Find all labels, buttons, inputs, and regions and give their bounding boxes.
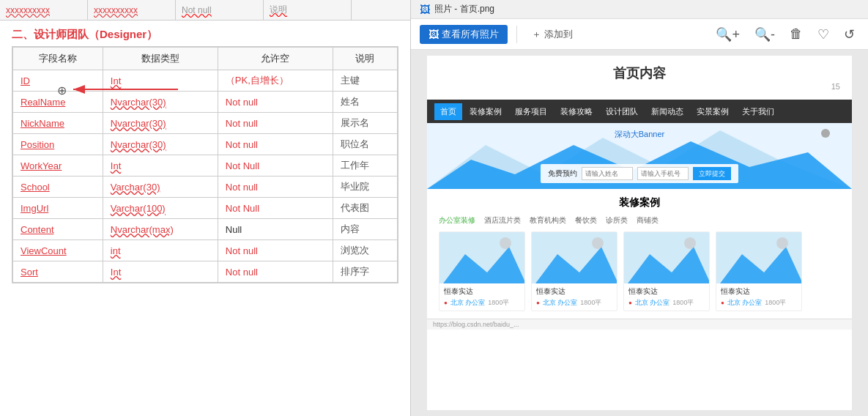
nav-item-about[interactable]: 关于我们	[736, 103, 780, 120]
case-card-location: 北京 办公室	[727, 298, 763, 308]
table-row: Sort Int Not null 排序字	[13, 261, 398, 283]
case-tab-clinic[interactable]: 诊所类	[606, 215, 628, 226]
case-card-title: 恒泰实达	[628, 286, 705, 297]
nav-item-services[interactable]: 服务项目	[509, 103, 553, 120]
case-mountain-svg	[439, 232, 525, 283]
section-title-text: 二、设计师团队（Designer）	[12, 28, 157, 42]
nav-item-home[interactable]: 首页	[434, 103, 462, 120]
img-toolbar: 🖼 查看所有照片 ＋ 添加到 🔍+ 🔍- 🗑 ♡ ↺	[411, 19, 868, 50]
case-mountain-svg	[716, 232, 802, 283]
case-card-image	[624, 232, 710, 283]
form-submit-button[interactable]: 立即提交	[693, 167, 731, 180]
zoom-out-button[interactable]: 🔍-	[750, 23, 779, 45]
col-header-type: 数据类型	[103, 48, 218, 70]
nullable-cell: Not null	[218, 240, 333, 261]
nav-item-news[interactable]: 新闻动态	[645, 103, 689, 120]
remark-cell: 排序字	[333, 261, 397, 283]
toolbar-divider-1	[516, 26, 517, 43]
table-row: Position Nvarchar(30) Not null 职位名	[13, 134, 398, 155]
img-titlebar: 🖼 照片 - 首页.png	[411, 0, 868, 19]
nav-item-cases[interactable]: 装修案例	[464, 103, 508, 120]
url-bar: https://blog.csdn.net/baidu_...	[427, 319, 852, 330]
case-tab-education[interactable]: 教育机构类	[530, 215, 566, 226]
case-card-image	[532, 232, 617, 283]
nullable-cell: Not null	[218, 261, 333, 283]
remark-cell: 代表图	[333, 198, 397, 219]
img-content[interactable]: 首页内容 15 首页 装修案例 服务项目 装修攻略 设计团队 新闻动态 实景案例…	[411, 50, 868, 416]
heart-button[interactable]: ♡	[813, 23, 834, 45]
table-row: Content Nvarchar(max) Null 内容	[13, 219, 398, 240]
field-name-cell: NickName	[13, 113, 103, 134]
data-type-cell: Varchar(100)	[103, 198, 218, 219]
case-card-meta: ● 北京 办公室 1800平	[444, 298, 520, 308]
case-section: 装修案例 办公室装修 酒店流片类 教育机构类 餐饮类 诊所类 商铺类 恒泰实达	[427, 189, 852, 319]
svg-point-9	[592, 237, 604, 249]
case-card-image	[439, 232, 525, 283]
table-row: ViewCount int Not null 浏览次	[13, 240, 398, 261]
top-cell-1: xxxxxxxxxx	[0, 0, 88, 20]
field-name-cell: ViewCount	[13, 240, 103, 261]
remark-cell: 内容	[333, 219, 397, 240]
data-type-cell: Varchar(30)	[103, 177, 218, 198]
hero-dot	[821, 129, 830, 138]
case-card-image	[716, 232, 802, 283]
case-title: 装修案例	[439, 196, 840, 209]
rotate-button[interactable]: ↺	[839, 23, 859, 45]
nullable-cell: Not Null	[218, 155, 333, 177]
nullable-cell: Null	[218, 219, 333, 240]
top-cell-2: xxxxxxxxxx	[88, 0, 176, 20]
page-number: 15	[439, 82, 840, 91]
case-tab-hotel[interactable]: 酒店流片类	[484, 215, 521, 226]
case-card-location: 北京 办公室	[635, 298, 670, 308]
case-card-title: 恒泰实达	[536, 286, 612, 297]
field-name-cell: WorkYear	[13, 155, 103, 177]
case-card-meta: ● 北京 办公室 1800平	[721, 298, 797, 308]
doc-top-row: xxxxxxxxxx xxxxxxxxxx Not null 说明	[0, 0, 410, 21]
case-card-meta: ● 北京 办公室 1800平	[536, 298, 612, 308]
table-row: NickName Nvarchar(30) Not null 展示名	[13, 113, 398, 134]
webpage-sim: 首页内容 15 首页 装修案例 服务项目 装修攻略 设计团队 新闻动态 实景案例…	[427, 56, 852, 410]
svg-point-12	[684, 237, 696, 249]
hero-banner-text: 深动大Banner	[615, 129, 664, 140]
remark-cell: 展示名	[333, 113, 397, 134]
field-name-cell: School	[13, 177, 103, 198]
form-phone-input[interactable]	[637, 167, 689, 180]
nav-item-strategy[interactable]: 装修攻略	[554, 103, 598, 120]
remark-cell: 浏览次	[333, 240, 397, 261]
img-panel: 🖼 照片 - 首页.png 🖼 查看所有照片 ＋ 添加到 🔍+ 🔍- 🗑 ♡ ↺…	[410, 0, 868, 416]
field-name-cell: Sort	[13, 261, 103, 283]
nullable-cell: Not Null	[218, 198, 333, 219]
table-header-row: 字段名称 数据类型 允许空 说明	[13, 48, 398, 70]
nav-bar: 首页 装修案例 服务项目 装修攻略 设计团队 新闻动态 实景案例 关于我们	[427, 100, 852, 123]
view-all-button[interactable]: 🖼 查看所有照片	[420, 25, 508, 44]
case-tab-office[interactable]: 办公室装修	[439, 215, 475, 226]
nullable-cell: Not null	[218, 113, 333, 134]
svg-point-15	[776, 237, 788, 249]
nav-item-team[interactable]: 设计团队	[600, 103, 644, 120]
page-main-title: 首页内容	[439, 64, 840, 82]
case-card: 恒泰实达 ● 北京 办公室 1800平	[531, 231, 617, 311]
remark-cell: 毕业院	[333, 177, 397, 198]
case-card-meta: ● 北京 办公室 1800平	[628, 298, 705, 308]
data-table: 字段名称 数据类型 允许空 说明 ID Int （PK,自增长） 主键 Real…	[12, 47, 398, 283]
case-card-title: 恒泰实达	[444, 286, 520, 297]
case-card: 恒泰实达 ● 北京 办公室 1800平	[439, 231, 525, 311]
case-tab-food[interactable]: 餐饮类	[575, 215, 597, 226]
zoom-in-button[interactable]: 🔍+	[711, 23, 744, 45]
nullable-cell: Not null	[218, 92, 333, 113]
nav-item-real[interactable]: 实景案例	[691, 103, 735, 120]
case-card: 恒泰实达 ● 北京 办公室 1800平	[716, 231, 802, 311]
case-tab-shop[interactable]: 商铺类	[637, 215, 659, 226]
form-banner: 免费预约 立即提交	[541, 164, 738, 183]
case-cards: 恒泰实达 ● 北京 办公室 1800平 恒泰实达 ● 北京 办公室 1800平	[439, 231, 840, 311]
field-name-cell: Position	[13, 134, 103, 155]
add-to-label: 添加到	[544, 28, 573, 41]
field-name-cell: RealName	[13, 92, 103, 113]
data-type-cell: Int	[103, 70, 218, 92]
table-row: WorkYear Int Not Null 工作年	[13, 155, 398, 177]
page-title-bar: 首页内容 15	[427, 56, 852, 100]
delete-button[interactable]: 🗑	[785, 23, 807, 45]
add-to-button[interactable]: ＋ 添加到	[526, 25, 579, 44]
form-name-input[interactable]	[582, 167, 633, 180]
case-card-info: 恒泰实达 ● 北京 办公室 1800平	[439, 283, 524, 311]
